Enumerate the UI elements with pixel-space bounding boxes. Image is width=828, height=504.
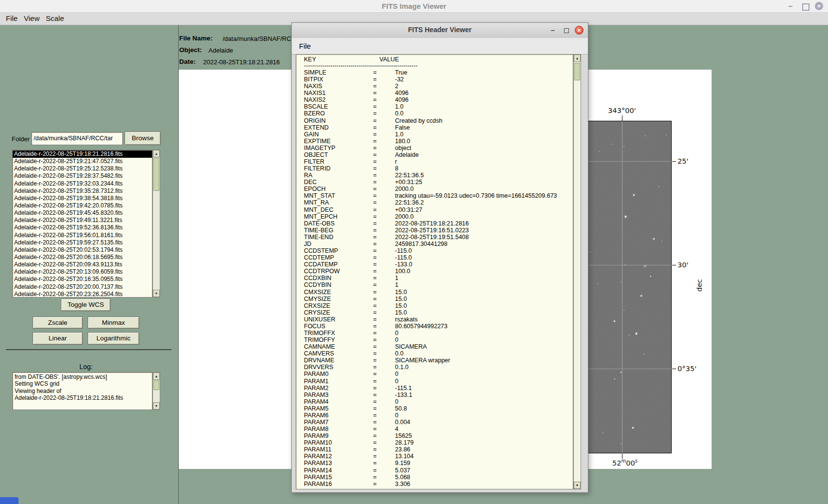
linear-button[interactable]: Linear	[33, 332, 83, 345]
header-row: PARAM16=3.306	[304, 481, 573, 487]
right-axis-tick	[672, 161, 676, 162]
scroll-up-icon[interactable]: ▲	[153, 373, 160, 380]
log-label: Log:	[79, 363, 93, 371]
zscale-button[interactable]: Zscale	[33, 317, 83, 329]
header-row: NAXIS1=4096	[304, 90, 573, 96]
header-row: CRXSIZE=15.0	[304, 302, 573, 309]
window-title: FITS Image Viewer	[0, 2, 828, 10]
header-row: FILTERID=8	[304, 165, 573, 172]
window-minimize-icon[interactable]: –	[785, 0, 796, 12]
file-list-item[interactable]: Adelaide-r-2022-08-25T19:42:20.0785.fits	[13, 202, 152, 209]
scroll-down-icon[interactable]: ▼	[153, 402, 160, 410]
minmax-button[interactable]: Minmax	[88, 317, 139, 329]
file-list-item[interactable]: Adelaide-r-2022-08-25T19:56:01.8161.fits	[13, 232, 152, 239]
column-separator: ----------------------------------------…	[304, 63, 573, 69]
header-row: PARAM15=5.068	[304, 474, 573, 481]
header-row: TIME-BEG=2022-08-25T19:16:51.0223	[304, 227, 573, 234]
header-row: MNT_RA=22:51:36.2	[304, 199, 573, 206]
file-list-item[interactable]: Adelaide-r-2022-08-25T20:06:18.5695.fits	[13, 254, 152, 261]
dialog-maximize-icon[interactable]	[564, 28, 569, 33]
dec-tick-label: 30'	[677, 261, 688, 269]
header-row: PARAM4=0	[304, 398, 573, 405]
dialog-close-icon[interactable]: ✕	[575, 26, 583, 35]
header-row: FOCUS=80.6057944992273	[304, 323, 573, 330]
file-list-item[interactable]: Adelaide-r-2022-08-25T20:02:53.1794.fits	[13, 246, 152, 254]
file-list-item[interactable]: Adelaide-r-2022-08-25T19:18:21.2816.fits	[13, 150, 152, 158]
fits-header-list[interactable]: KEYVALUE -------------------------------…	[296, 54, 573, 489]
header-row: CMXSIZE=15.0	[304, 289, 573, 296]
file-list-item[interactable]: Adelaide-r-2022-08-25T19:25:12.5238.fits	[13, 165, 152, 172]
browse-button[interactable]: Browse	[125, 131, 161, 145]
file-name-value: /data/munka/SBNAF/RCC/t	[223, 35, 296, 42]
header-row: CAMNAME=SICAMERA	[304, 343, 573, 350]
file-list-item[interactable]: Adelaide-r-2022-08-25T19:49:11.3221.fits	[13, 217, 152, 224]
menu-scale[interactable]: Scale	[46, 14, 64, 22]
scrollbar-thumb[interactable]	[153, 380, 159, 390]
header-row: CCDSTEMP=-115.0	[304, 247, 573, 254]
star	[614, 378, 615, 379]
header-row: PARAM5=50.8	[304, 405, 573, 412]
file-list-scrollbar[interactable]: ▲ ▼	[152, 149, 160, 298]
menu-view[interactable]: View	[24, 14, 39, 22]
header-row: EXTEND=False	[304, 124, 573, 131]
star	[621, 443, 621, 444]
file-list-item[interactable]: Adelaide-r-2022-08-25T19:32:03.2344.fits	[13, 180, 152, 187]
header-row: FILTER=r	[304, 158, 573, 165]
menu-file[interactable]: File	[6, 14, 18, 22]
star	[644, 265, 646, 267]
file-list-item[interactable]: Adelaide-r-2022-08-25T19:35:28.7312.fits	[13, 187, 152, 195]
toggle-wcs-button[interactable]: Toggle WCS	[61, 299, 111, 311]
file-list-item[interactable]: Adelaide-r-2022-08-25T19:28:37.5482.fits	[13, 172, 152, 180]
scroll-down-icon[interactable]: ▼	[574, 482, 581, 489]
file-list-item[interactable]: Adelaide-r-2022-08-25T20:20:00.7137.fits	[13, 283, 152, 291]
scrollbar-thumb[interactable]	[574, 63, 580, 80]
file-list-item[interactable]: Adelaide-r-2022-08-25T19:21:47.0527.fits	[13, 158, 152, 165]
header-row: TIME-END=2022-08-25T19:19:51.5408	[304, 234, 573, 241]
header-row: NAXIS=2	[304, 83, 573, 90]
dec-tick-label: 25'	[677, 157, 688, 165]
dialog-menu-file[interactable]: File	[299, 38, 311, 54]
star	[625, 216, 627, 218]
file-list[interactable]: Adelaide-r-2022-08-25T19:18:21.2816.fits…	[12, 149, 152, 298]
file-list-item[interactable]: Adelaide-r-2022-08-25T20:23:26.2504.fits	[13, 291, 152, 298]
star	[590, 252, 591, 253]
scroll-down-icon[interactable]: ▼	[153, 290, 160, 297]
file-list-item[interactable]: Adelaide-r-2022-08-25T20:16:35.0955.fits	[13, 276, 152, 283]
header-row: JD=2459817.30441298	[304, 241, 573, 247]
dialog-minimize-icon[interactable]: –	[548, 24, 557, 37]
header-row: CCDYBIN=1	[304, 281, 573, 288]
window-maximize-icon[interactable]	[802, 3, 809, 11]
file-list-item[interactable]: Adelaide-r-2022-08-25T19:59:27.5135.fits	[13, 239, 152, 246]
log-line: from DATE-OBS'. [astropy.wcs.wcs]	[15, 373, 150, 380]
file-list-item[interactable]: Adelaide-r-2022-08-25T19:52:36.8136.fits	[13, 224, 152, 231]
file-list-item[interactable]: Adelaide-r-2022-08-25T20:13:09.6059.fits	[13, 268, 152, 276]
logarithmic-button[interactable]: Logarithmic	[88, 332, 139, 345]
header-row: TRIMOFFX=0	[304, 330, 573, 336]
log-output: from DATE-OBS'. [astropy.wcs.wcs]Setting…	[12, 372, 152, 410]
header-row: PARAM6=0	[304, 412, 573, 419]
log-line: Setting WCS grid	[15, 380, 150, 387]
file-list-item[interactable]: Adelaide-r-2022-08-25T19:38:54.3818.fits	[13, 195, 152, 202]
file-list-item[interactable]: Adelaide-r-2022-08-25T20:09:43.9113.fits	[13, 261, 152, 268]
file-list-item[interactable]: Adelaide-r-2022-08-25T19:45:45.8320.fits	[13, 209, 152, 217]
log-line: Viewing header of	[15, 388, 150, 394]
header-list-scrollbar[interactable]: ▲ ▼	[573, 54, 581, 489]
star	[614, 320, 615, 322]
log-scrollbar[interactable]: ▲ ▼	[152, 372, 160, 410]
folder-input[interactable]: /data/munka/SBNAF/RCC/tar	[31, 132, 123, 145]
header-row: PARAM11=23.86	[304, 446, 573, 453]
header-row: MNT_DEC=+00:31:27	[304, 206, 573, 213]
key-column-header: KEY	[304, 56, 379, 63]
header-row: CCDTEMP=-115.0	[304, 254, 573, 261]
header-row: TRIMOFFY=0	[304, 336, 573, 343]
scrollbar-thumb[interactable]	[153, 158, 159, 191]
window-close-icon[interactable]: ✕	[815, 2, 823, 10]
star	[621, 372, 622, 373]
scroll-up-icon[interactable]: ▲	[574, 55, 581, 62]
header-row: NAXIS2=4096	[304, 96, 573, 103]
header-row: PARAM14=5.037	[304, 467, 573, 474]
header-row: PARAM12=13.104	[304, 453, 573, 460]
header-row: PARAM1=0	[304, 378, 573, 385]
taskbar-fragment	[0, 497, 19, 504]
scroll-up-icon[interactable]: ▲	[153, 150, 160, 157]
